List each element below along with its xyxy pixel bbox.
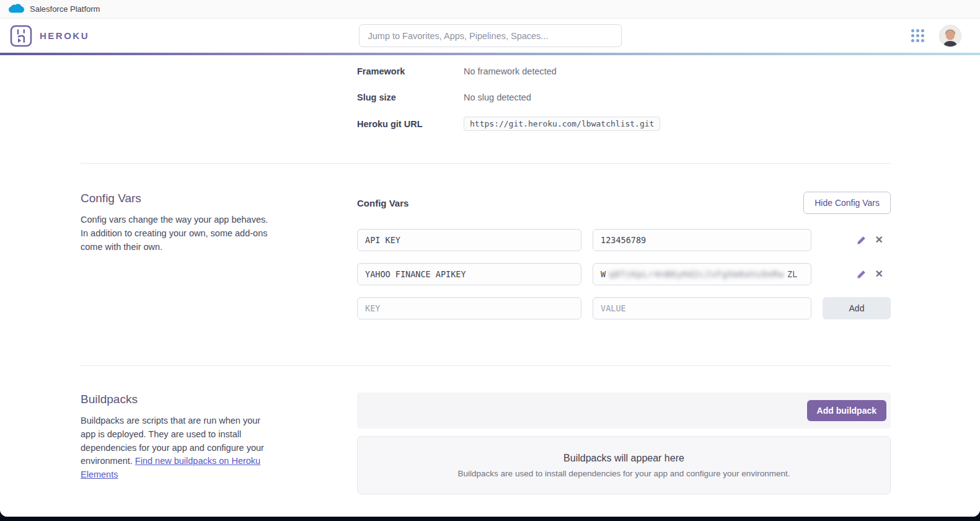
- add-config-var-button[interactable]: Add: [823, 297, 891, 319]
- new-key-input[interactable]: [357, 297, 581, 319]
- avatar-photo: [940, 25, 961, 47]
- heroku-logo-icon: [10, 25, 32, 47]
- git-url-value[interactable]: https://git.heroku.com/lbwatchlist.git: [464, 117, 660, 131]
- config-row-actions: ✕: [823, 270, 891, 279]
- buildpacks-panel: Add buildpack Buildpacks will appear her…: [357, 393, 891, 494]
- global-search-input[interactable]: [359, 24, 622, 47]
- buildpacks-empty-subtitle: Buildpacks are used to install dependenc…: [458, 469, 790, 478]
- buildpacks-empty-title: Buildpacks will appear here: [563, 453, 684, 464]
- git-url-row: Heroku git URL https://git.heroku.com/lb…: [357, 117, 891, 131]
- buildpacks-toolbar: Add buildpack: [357, 393, 891, 429]
- settings-page: Framework No framework detected Slug siz…: [0, 55, 980, 517]
- buildpacks-description: Buildpacks are scripts that are run when…: [81, 414, 274, 482]
- platform-label: Salesforce Platform: [30, 4, 100, 14]
- framework-row: Framework No framework detected: [357, 65, 891, 78]
- config-var-row: ✕: [357, 229, 891, 251]
- salesforce-platform-bar: Salesforce Platform: [0, 0, 980, 19]
- config-vars-description: Config vars change the way your app beha…: [81, 213, 274, 254]
- edit-pencil-icon[interactable]: [857, 236, 866, 245]
- config-vars-panel: Config Vars Hide Config Vars ✕: [357, 192, 891, 331]
- config-vars-heading: Config Vars: [81, 192, 357, 205]
- add-buildpack-button[interactable]: Add buildpack: [807, 400, 886, 421]
- redacted-value-start: W: [601, 269, 606, 279]
- config-vars-subheading: Config Vars: [357, 198, 408, 208]
- config-vars-section: Config Vars Config vars change the way y…: [81, 164, 891, 365]
- redacted-value-end: ZL: [787, 269, 797, 279]
- header-actions: [910, 25, 961, 47]
- heroku-wordmark: HEROKU: [40, 30, 89, 41]
- app-launcher-grid-icon[interactable]: [910, 28, 925, 43]
- buildpacks-intro: Buildpacks Buildpacks are scripts that a…: [81, 393, 357, 494]
- config-vars-panel-header: Config Vars Hide Config Vars: [357, 192, 891, 214]
- edit-pencil-icon[interactable]: [857, 270, 866, 279]
- buildpacks-heading: Buildpacks: [81, 393, 357, 406]
- config-value-field-redacted[interactable]: W q8TzKpLr4nB6yHd2cJsFgXm0aVu9eRw ZL: [593, 263, 811, 285]
- new-value-input[interactable]: [593, 297, 811, 319]
- app-info-list: Framework No framework detected Slug siz…: [357, 65, 891, 131]
- buildpacks-section: Buildpacks Buildpacks are scripts that a…: [81, 366, 891, 517]
- salesforce-cloud-icon: [9, 4, 24, 14]
- redacted-value-blur: q8TzKpLr4nB6yHd2cJsFgXm0aVu9eRw: [609, 269, 784, 279]
- framework-value: No framework detected: [464, 66, 557, 76]
- framework-label: Framework: [357, 66, 464, 76]
- heroku-header: HEROKU: [0, 19, 980, 53]
- buildpacks-empty-state: Buildpacks will appear here Buildpacks a…: [357, 436, 891, 494]
- slug-size-row: Slug size No slug detected: [357, 91, 891, 104]
- user-avatar[interactable]: [939, 25, 961, 47]
- git-url-label: Heroku git URL: [357, 119, 464, 129]
- config-row-actions: ✕: [823, 236, 891, 245]
- new-config-var-row: Add: [357, 297, 891, 319]
- hide-config-vars-button[interactable]: Hide Config Vars: [803, 192, 891, 214]
- app-window: Salesforce Platform HEROKU: [0, 0, 980, 517]
- slug-size-value: No slug detected: [464, 92, 531, 102]
- config-vars-intro: Config Vars Config vars change the way y…: [81, 192, 357, 331]
- slug-size-label: Slug size: [357, 92, 464, 102]
- config-var-row: W q8TzKpLr4nB6yHd2cJsFgXm0aVu9eRw ZL ✕: [357, 263, 891, 285]
- config-key-field[interactable]: [357, 263, 581, 285]
- config-key-field[interactable]: [357, 229, 581, 251]
- heroku-home-link[interactable]: HEROKU: [10, 25, 89, 47]
- config-value-field[interactable]: [593, 229, 811, 251]
